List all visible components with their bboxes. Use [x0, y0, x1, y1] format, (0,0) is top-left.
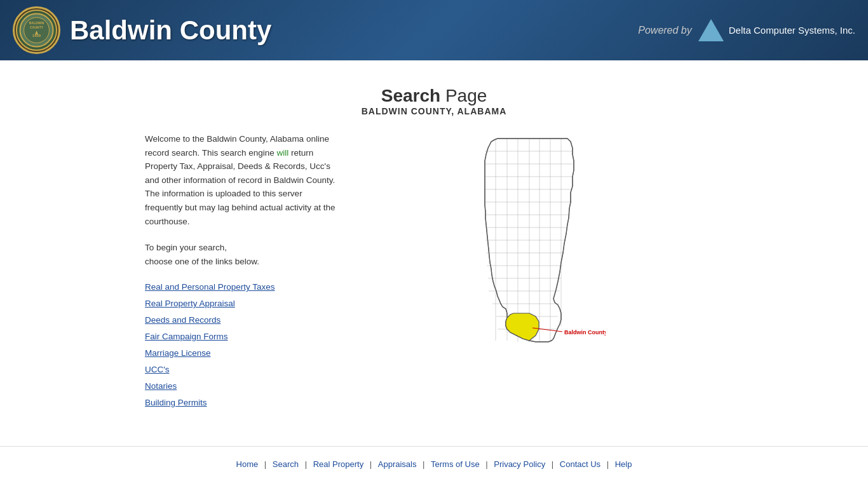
state-map-svg: Baldwin County, Alabama	[459, 132, 606, 348]
footer-link-search[interactable]: Search	[273, 459, 299, 469]
choose-text: To begin your search,choose one of the l…	[145, 241, 336, 268]
page-title-bold: Search	[381, 86, 440, 105]
navigation-links: Real and Personal Property TaxesReal Pro…	[145, 281, 336, 408]
footer-link-real-property[interactable]: Real Property	[313, 459, 363, 469]
intro-paragraph-1: Welcome to the Baldwin County, Alabama o…	[145, 132, 336, 228]
footer-separator: |	[484, 459, 491, 469]
main-content: Search Page BALDWIN COUNTY, ALABAMA Welc…	[132, 60, 736, 421]
powered-by-label: Powered by	[638, 25, 692, 36]
footer-link-contact-us[interactable]: Contact Us	[560, 459, 600, 469]
footer-link-help[interactable]: Help	[615, 459, 632, 469]
footer-link-privacy-policy[interactable]: Privacy Policy	[494, 459, 545, 469]
nav-link-real-and-personal-property-taxes[interactable]: Real and Personal Property Taxes	[145, 282, 275, 292]
nav-link-real-property-appraisal[interactable]: Real Property Appraisal	[145, 299, 235, 308]
nav-link-item-6: Notaries	[145, 380, 336, 391]
footer-link-terms-of-use[interactable]: Terms of Use	[431, 459, 480, 469]
nav-link-item-1: Real Property Appraisal	[145, 297, 336, 309]
delta-triangle-icon	[698, 19, 724, 41]
site-header: BALDWIN COUNTY 1809 Baldwin County Power…	[0, 0, 868, 60]
page-title-rest: Page	[440, 86, 487, 105]
footer-link-appraisals[interactable]: Appraisals	[378, 459, 417, 469]
county-title: Baldwin County	[70, 15, 271, 46]
nav-link-building-permits[interactable]: Building Permits	[145, 398, 207, 407]
nav-link-ucc's[interactable]: UCC's	[145, 365, 170, 374]
nav-link-item-0: Real and Personal Property Taxes	[145, 281, 336, 292]
county-subtitle: BALDWIN COUNTY, ALABAMA	[145, 106, 723, 116]
nav-link-item-3: Fair Campaign Forms	[145, 330, 336, 342]
nav-link-fair-campaign-forms[interactable]: Fair Campaign Forms	[145, 332, 228, 341]
nav-link-item-2: Deeds and Records	[145, 314, 336, 325]
svg-text:COUNTY: COUNTY	[30, 25, 44, 29]
nav-link-notaries[interactable]: Notaries	[145, 381, 177, 391]
header-left: BALDWIN COUNTY 1809 Baldwin County	[13, 6, 638, 54]
footer-separator: |	[262, 459, 269, 469]
footer-separator: |	[302, 459, 309, 469]
nav-link-marriage-license[interactable]: Marriage License	[145, 348, 211, 358]
alabama-map: Baldwin County, Alabama	[459, 132, 612, 361]
delta-logo: Delta Computer Systems, Inc.	[698, 19, 855, 41]
site-footer: Home | Search | Real Property | Appraisa…	[0, 446, 868, 482]
footer-separator: |	[420, 459, 427, 469]
footer-links: Home | Search | Real Property | Appraisa…	[13, 459, 855, 469]
footer-separator: |	[549, 459, 556, 469]
page-heading: Search Page BALDWIN COUNTY, ALABAMA	[145, 86, 723, 116]
footer-separator: |	[367, 459, 374, 469]
nav-link-item-7: Building Permits	[145, 396, 336, 408]
svg-text:BALDWIN: BALDWIN	[29, 21, 44, 25]
main-area: Welcome to the Baldwin County, Alabama o…	[145, 132, 723, 408]
header-right: Powered by Delta Computer Systems, Inc.	[638, 19, 855, 41]
footer-separator: |	[604, 459, 611, 469]
page-title: Search Page	[145, 86, 723, 106]
nav-link-item-4: Marriage License	[145, 347, 336, 358]
footer-link-home[interactable]: Home	[236, 459, 259, 469]
right-column: Baldwin County, Alabama	[348, 132, 723, 361]
nav-link-item-5: UCC's	[145, 363, 336, 375]
state-outline: Baldwin County, Alabama	[485, 139, 606, 342]
nav-link-deeds-and-records[interactable]: Deeds and Records	[145, 315, 220, 325]
delta-company-name: Delta Computer Systems, Inc.	[729, 24, 855, 37]
left-column: Welcome to the Baldwin County, Alabama o…	[145, 132, 336, 408]
highlight-will: will	[277, 148, 289, 158]
seal-inner: BALDWIN COUNTY 1809	[16, 10, 57, 51]
county-map-label: Baldwin County, Alabama	[564, 329, 606, 336]
county-seal: BALDWIN COUNTY 1809	[13, 6, 60, 54]
